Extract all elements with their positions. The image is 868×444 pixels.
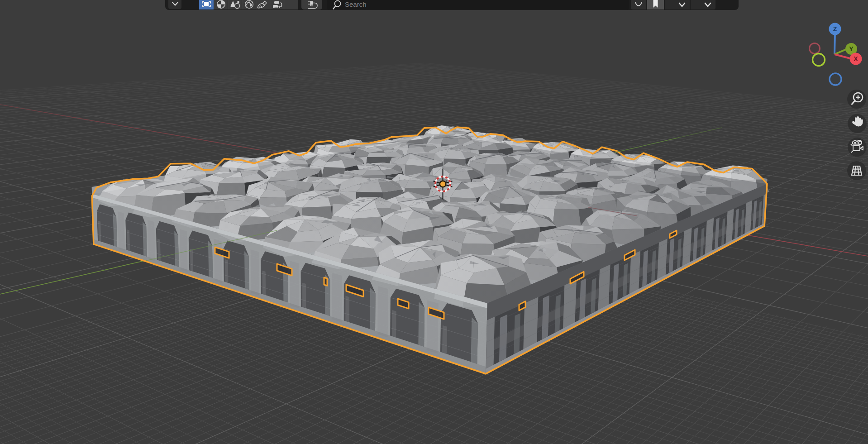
svg-text:Y: Y [849,45,854,53]
svg-text:Z: Z [833,25,837,33]
svg-text:X: X [854,55,858,62]
